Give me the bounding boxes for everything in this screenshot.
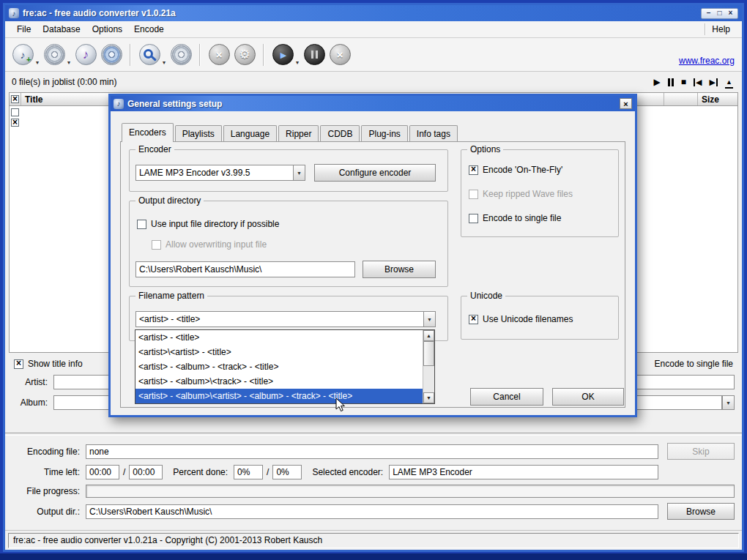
unicode-group-label: Unicode bbox=[467, 291, 505, 301]
status-panel: Encoding file: none Skip Time left: 00:0… bbox=[5, 436, 742, 530]
track-info-icon bbox=[83, 48, 89, 61]
scroll-up-icon[interactable] bbox=[423, 330, 434, 341]
configure-encoder-button[interactable]: Configure encoder bbox=[314, 164, 436, 182]
dialog-titlebar[interactable]: General settings setup bbox=[111, 96, 635, 111]
output-dir-input[interactable]: C:\Users\Robert Kausch\Music\ bbox=[86, 504, 658, 519]
genre-dropdown-arrow[interactable] bbox=[722, 395, 735, 410]
add-files-dropdown-arrow[interactable] bbox=[36, 59, 39, 66]
pause-encoding-button[interactable] bbox=[302, 42, 326, 67]
filename-pattern-combobox[interactable]: <artist> - <title> bbox=[135, 311, 436, 327]
ok-button[interactable]: OK bbox=[552, 388, 624, 406]
column-header-size[interactable]: Size bbox=[698, 93, 737, 105]
menu-encode[interactable]: Encode bbox=[128, 23, 170, 36]
scrollbar-thumb[interactable] bbox=[423, 341, 434, 366]
encode-single-file-checkbox[interactable] bbox=[469, 214, 478, 223]
close-icon[interactable] bbox=[725, 9, 736, 18]
tab-playlists[interactable]: Playlists bbox=[175, 125, 222, 141]
start-encoding-button[interactable] bbox=[271, 42, 294, 67]
dialog-browse-button[interactable]: Browse bbox=[363, 261, 436, 278]
plus-icon bbox=[26, 56, 31, 64]
pattern-option[interactable]: <artist> - <album>\<track> - <title> bbox=[135, 374, 423, 389]
slash-separator: / bbox=[123, 467, 125, 477]
filename-pattern-value[interactable]: <artist> - <title> bbox=[135, 311, 423, 327]
eject-icon[interactable] bbox=[725, 76, 733, 89]
cddb-query-dropdown-arrow[interactable] bbox=[163, 59, 166, 66]
encode-on-the-fly-checkbox[interactable] bbox=[469, 165, 478, 175]
use-unicode-checkbox[interactable] bbox=[469, 315, 478, 324]
stop-encoding-button[interactable] bbox=[328, 42, 352, 67]
gutter-checkbox-bottom[interactable] bbox=[11, 119, 19, 127]
encoder-combobox[interactable]: LAME MP3 Encoder v3.99.5 bbox=[135, 165, 305, 181]
play-icon bbox=[279, 51, 286, 59]
gutter-checkbox-top[interactable] bbox=[11, 108, 19, 116]
separator bbox=[5, 433, 742, 436]
allow-overwrite-label: Allow overwriting input file bbox=[166, 239, 267, 250]
cd-info-button[interactable] bbox=[100, 42, 123, 67]
use-input-dir-checkbox[interactable] bbox=[137, 220, 146, 229]
cddb-submit-button[interactable] bbox=[169, 42, 193, 67]
cddb-submit-icon bbox=[172, 45, 190, 64]
filename-pattern-dropdown-arrow[interactable] bbox=[423, 311, 436, 327]
options-group: Options Encode 'On-The-Fly' Keep ripped … bbox=[461, 149, 619, 237]
stop-track-icon[interactable] bbox=[681, 77, 686, 87]
next-track-icon[interactable] bbox=[710, 77, 718, 87]
skip-button: Skip bbox=[667, 443, 735, 460]
pattern-option[interactable]: <artist> - <album> - <track> - <title> bbox=[135, 359, 423, 374]
select-all-checkbox[interactable] bbox=[11, 95, 19, 103]
settings-button[interactable] bbox=[233, 42, 256, 67]
percent-total-value: 0% bbox=[272, 465, 302, 479]
maximize-icon[interactable] bbox=[714, 9, 725, 18]
cd-info-icon bbox=[103, 45, 121, 64]
add-files-button[interactable] bbox=[11, 42, 34, 67]
keep-wave-row: Keep ripped Wave files bbox=[469, 189, 573, 199]
encoding-file-value: none bbox=[86, 444, 658, 459]
website-link[interactable]: www.freac.org bbox=[679, 56, 735, 66]
pause-track-icon[interactable] bbox=[668, 78, 674, 86]
play-track-icon[interactable] bbox=[654, 77, 661, 87]
pattern-option[interactable]: <artist> - <title> bbox=[135, 330, 423, 345]
menu-help[interactable]: Help bbox=[706, 23, 736, 36]
window-title: fre:ac - free audio converter v1.0.21a bbox=[23, 8, 176, 18]
add-cd-button[interactable] bbox=[42, 42, 66, 67]
menu-database[interactable]: Database bbox=[37, 23, 86, 36]
main-titlebar[interactable]: fre:ac - free audio converter v1.0.21a bbox=[5, 5, 742, 21]
tab-cddb[interactable]: CDDB bbox=[320, 125, 360, 141]
encode-single-file-label: Encode to single file bbox=[483, 213, 561, 223]
tab-encoders[interactable]: Encoders bbox=[122, 123, 174, 141]
keep-wave-checkbox bbox=[469, 190, 478, 199]
selected-encoder-value: LAME MP3 Encoder bbox=[389, 465, 658, 479]
remove-all-button[interactable] bbox=[207, 42, 231, 67]
menu-options[interactable]: Options bbox=[86, 23, 128, 36]
pattern-option-selected[interactable]: <artist> - <album>\<artist> - <album> - … bbox=[135, 389, 423, 403]
start-encoding-dropdown-arrow[interactable] bbox=[296, 59, 299, 66]
tab-plugins[interactable]: Plug-ins bbox=[361, 125, 407, 141]
tab-ripper[interactable]: Ripper bbox=[278, 125, 319, 141]
pattern-option[interactable]: <artist>\<artist> - <title> bbox=[135, 345, 423, 359]
statusbar-text: fre:ac - free audio converter v1.0.21a -… bbox=[8, 533, 739, 548]
file-progress-label: File progress: bbox=[12, 486, 80, 496]
cancel-button[interactable]: Cancel bbox=[470, 388, 543, 406]
previous-track-icon[interactable] bbox=[694, 77, 702, 87]
file-progress-bar bbox=[86, 485, 735, 498]
app-icon bbox=[9, 8, 19, 18]
browse-button[interactable]: Browse bbox=[667, 503, 735, 520]
cddb-query-button[interactable] bbox=[138, 42, 161, 67]
menu-file[interactable]: File bbox=[11, 23, 37, 36]
encoder-combobox-value[interactable]: LAME MP3 Encoder v3.99.5 bbox=[135, 165, 293, 181]
toolbar-separator bbox=[199, 44, 201, 66]
tab-info-tags[interactable]: Info tags bbox=[409, 125, 458, 141]
unicode-group: Unicode Use Unicode filenames bbox=[461, 296, 619, 340]
output-directory-input[interactable]: C:\Users\Robert Kausch\Music\ bbox=[135, 261, 355, 277]
dropdown-scrollbar[interactable] bbox=[423, 330, 434, 403]
track-info-button[interactable] bbox=[74, 42, 97, 67]
column-header-blank[interactable] bbox=[664, 93, 698, 105]
dialog-close-button[interactable] bbox=[620, 98, 632, 109]
scroll-down-icon[interactable] bbox=[423, 392, 434, 403]
show-title-info-checkbox[interactable] bbox=[14, 359, 23, 369]
minimize-icon[interactable] bbox=[703, 9, 714, 18]
encoder-dropdown-arrow[interactable] bbox=[293, 165, 305, 181]
add-cd-dropdown-arrow[interactable] bbox=[67, 59, 70, 66]
select-all-header-cell bbox=[10, 93, 21, 105]
tab-language[interactable]: Language bbox=[223, 125, 277, 141]
toolbar-separator bbox=[263, 44, 264, 66]
